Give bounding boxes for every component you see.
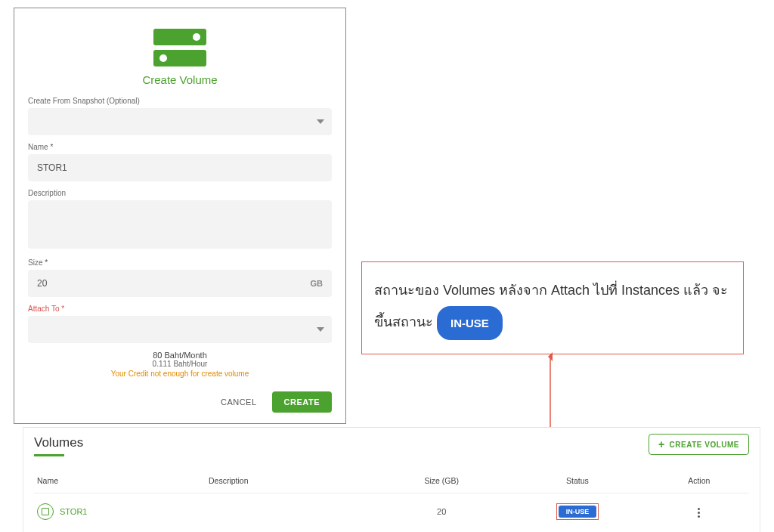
col-status: Status [506,472,649,493]
status-highlight-box: IN-USE [556,503,599,520]
volume-description-cell [206,493,377,530]
volumes-panel: Volumes + CREATE VOLUME Name Description… [23,427,760,532]
col-size: Size (GB) [377,472,506,493]
snapshot-select[interactable] [28,108,332,135]
size-input[interactable] [28,270,332,297]
chevron-down-icon [317,119,324,124]
create-volume-button-label: CREATE VOLUME [670,441,739,449]
size-unit: GB [311,279,324,288]
plus-icon: + [658,439,665,450]
col-action: Action [649,472,749,493]
table-header-row: Name Description Size (GB) Status Action [34,472,749,493]
description-label: Description [28,189,332,197]
name-label: Name [28,143,332,151]
volumes-title: Volumes [34,435,83,453]
size-label: Size [28,258,332,267]
row-action-menu[interactable] [695,505,703,521]
attach-select[interactable] [28,316,332,343]
callout-text: สถานะของ Volumes หลังจาก Attach ไปที่ In… [374,283,728,329]
status-badge: IN-USE [559,506,597,518]
credit-warning: Your Credit not enough for create volume [28,370,332,378]
volume-icon [28,26,332,69]
col-description: Description [206,472,377,493]
cancel-button[interactable]: CANCEL [216,397,262,407]
create-volume-button[interactable]: + CREATE VOLUME [649,434,749,455]
volumes-header: Volumes + CREATE VOLUME [34,434,749,455]
status-pill-example: IN-USE [437,306,503,340]
price-per-hour: 0.111 Baht/Hour [28,360,332,368]
snapshot-label: Create From Snapshot (Optional) [28,97,332,105]
volume-name-cell[interactable]: STOR1 [37,503,203,520]
create-button[interactable]: CREATE [272,391,332,413]
price-per-month: 80 Baht/Month [28,351,332,360]
description-textarea[interactable] [28,200,332,249]
volume-name-text: STOR1 [60,507,87,516]
chevron-down-icon [317,327,324,332]
modal-title: Create Volume [28,73,332,86]
create-volume-modal: Create Volume Create From Snapshot (Opti… [14,8,346,424]
table-row: STOR1 20 IN-USE [34,493,749,530]
annotation-callout: สถานะของ Volumes หลังจาก Attach ไปที่ In… [361,261,744,354]
attach-label: Attach To [28,305,332,313]
col-name: Name [34,472,206,493]
name-input[interactable] [28,154,332,181]
volumes-table: Name Description Size (GB) Status Action… [34,472,749,530]
pricing-block: 80 Baht/Month 0.111 Baht/Hour Your Credi… [28,351,332,378]
volume-row-icon [37,503,54,520]
volume-size-cell: 20 [377,493,506,530]
